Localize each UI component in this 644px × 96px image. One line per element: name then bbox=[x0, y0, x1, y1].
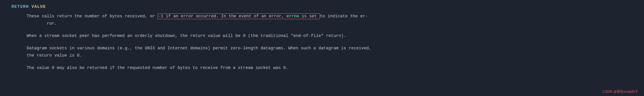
p4-text: The value 0 may also be returned if the … bbox=[27, 66, 288, 70]
paragraph-2: When a stream socket peer has performed … bbox=[27, 32, 632, 40]
p3-line2: the return value is 0. bbox=[27, 53, 82, 58]
section-header: RETURN VALUE bbox=[12, 4, 632, 10]
value-keyword: VALUE bbox=[32, 4, 46, 10]
watermark-highlight: znwk bbox=[624, 90, 632, 94]
return-keyword: RETURN bbox=[12, 4, 29, 10]
p2-text: When a stream socket peer has performed … bbox=[27, 34, 346, 38]
paragraph-3: Datagram sockets in various domains (e.g… bbox=[27, 45, 632, 59]
p1-highlight-box: -1 if an error occurred. In the event of… bbox=[158, 13, 320, 19]
main-content: RETURN VALUE These calls return the numb… bbox=[0, 4, 644, 72]
p1-highlight-text: -1 if an error occurred. In the event of… bbox=[158, 14, 286, 19]
p1-isset-text: is set bbox=[299, 14, 317, 19]
watermark: CSDN @爱吃znwk的子 bbox=[603, 89, 638, 94]
watermark-text: CSDN @爱吃znwk的子 bbox=[603, 90, 638, 94]
errno-keyword: errno bbox=[286, 14, 299, 19]
p1-text-before: These calls return the number of bytes r… bbox=[27, 14, 155, 19]
paragraph-1: These calls return the number of bytes r… bbox=[27, 13, 632, 27]
p3-line1: Datagram sockets in various domains (e.g… bbox=[27, 46, 371, 51]
paragraph-4: The value 0 may also be returned if the … bbox=[27, 64, 632, 72]
